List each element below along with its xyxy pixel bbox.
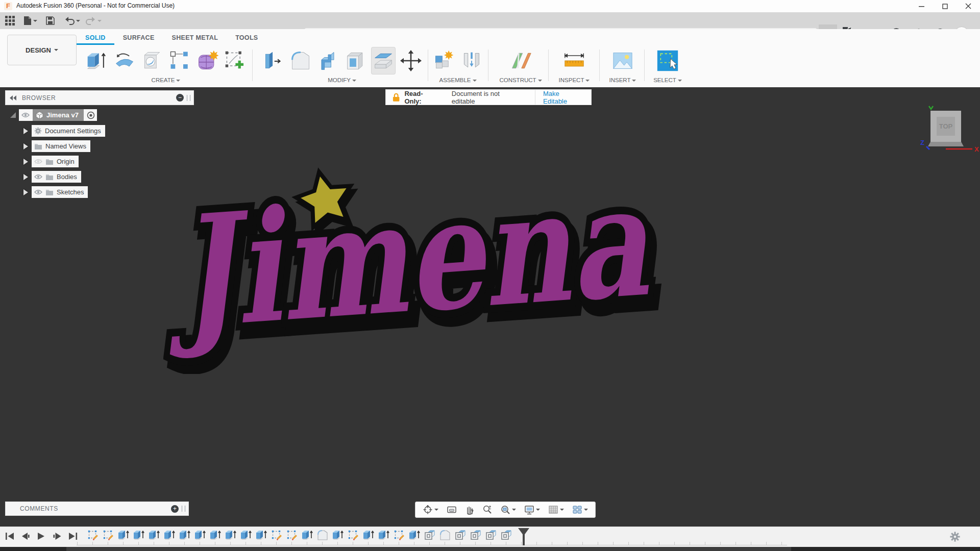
timeline-scrollbar-thumb[interactable] [66,547,791,551]
timeline-sketch-icon[interactable] [347,529,359,541]
timeline-extrude-icon[interactable] [148,529,160,541]
offset-face-tool[interactable] [372,47,395,74]
orbit-button[interactable] [422,504,439,516]
maximize-button[interactable] [933,0,957,12]
ribbon-tab-solid[interactable]: SOLID [77,31,114,45]
create-sketch-tool[interactable] [223,47,247,74]
timeline-extrude-icon[interactable] [179,529,191,541]
expander-icon[interactable] [23,143,28,149]
step-forward-button[interactable] [52,531,63,541]
group-label-modify[interactable]: MODIFY [258,77,426,83]
collapse-panel-icon[interactable] [10,95,17,101]
undo-button[interactable] [62,14,82,27]
timeline-extrude-icon[interactable] [209,529,222,541]
save-button[interactable] [44,14,57,27]
form-tool[interactable] [195,47,219,74]
grid-settings-caret[interactable] [560,509,564,511]
look-at-button[interactable] [446,504,458,515]
pattern-tool[interactable] [168,47,191,74]
insert-image-tool[interactable] [611,47,634,74]
timeline-offset-icon[interactable] [454,529,467,541]
skip-to-end-button[interactable] [67,531,79,541]
app-grid-button[interactable] [3,14,17,27]
timeline-extrude-icon[interactable] [255,529,267,541]
ribbon-tab-tools[interactable]: TOOLS [227,31,266,45]
comments-resize-handle[interactable] [182,506,185,512]
fillet-tool[interactable] [289,47,312,74]
step-back-button[interactable] [20,531,31,541]
view-cube[interactable]: TOP Z X [916,102,980,156]
visibility-eye-icon[interactable] [34,174,42,180]
root-item[interactable]: Jimena v7 [33,109,84,121]
timeline-offset-icon[interactable] [485,529,497,541]
timeline-extrude-icon[interactable] [225,529,237,541]
shell-tool[interactable] [344,47,368,74]
timeline-extrude-icon[interactable] [408,529,421,541]
browser-root-row[interactable]: Jimena v7 [10,109,97,121]
visibility-eye-icon[interactable] [34,189,42,195]
browser-item-named-views[interactable]: Named Views [23,140,90,152]
visibility-eye-icon[interactable] [21,112,30,118]
timeline-offset-icon[interactable] [424,529,436,541]
root-expander-icon[interactable] [10,112,16,118]
joint-tool[interactable] [460,47,483,74]
timeline-sketch-icon[interactable] [87,529,99,541]
timeline-offset-icon[interactable] [500,529,512,541]
browser-panel-header[interactable]: BROWSER − [5,90,194,105]
timeline-settings-button[interactable] [949,531,961,542]
expander-icon[interactable] [23,128,28,134]
timeline-sketch-icon[interactable] [271,529,283,541]
display-settings-button[interactable] [523,504,541,516]
close-button[interactable] [957,0,980,12]
viewports-button[interactable] [571,504,589,515]
timeline-fillet-icon[interactable] [316,529,329,541]
minimize-button[interactable] [910,0,933,12]
timeline-sketch-icon[interactable] [102,529,114,541]
timeline-extrude-icon[interactable] [117,529,130,541]
pan-button[interactable] [464,504,475,516]
timeline-extrude-icon[interactable] [301,529,313,541]
group-label-construct[interactable]: CONSTRUCT [494,77,547,83]
browser-item-bodies[interactable]: Bodies [23,171,81,183]
move-tool[interactable] [399,47,423,74]
hole-tool[interactable] [140,47,164,74]
fit-caret[interactable] [512,509,516,511]
revolve-tool[interactable] [113,47,136,74]
ribbon-tab-sheet-metal[interactable]: SHEET METAL [163,31,227,45]
timeline-playhead-flag[interactable] [518,528,529,536]
zoom-button[interactable] [481,504,494,516]
display-settings-caret[interactable] [536,509,540,511]
timeline-extrude-icon[interactable] [378,529,390,541]
group-label-inspect[interactable]: INSPECT [551,77,597,83]
timeline-extrude-icon[interactable] [194,529,206,541]
combine-tool[interactable] [316,47,340,74]
group-label-insert[interactable]: INSERT [602,77,643,83]
expander-icon[interactable] [23,159,28,165]
viewport-canvas[interactable]: Jimena Jimena BROWSER − [0,87,980,527]
browser-item-origin[interactable]: Origin [23,156,79,167]
extrude-tool[interactable] [85,47,109,74]
timeline-sketch-icon[interactable] [286,529,298,541]
timeline-scrollbar[interactable] [0,547,980,551]
expander-icon[interactable] [23,189,28,195]
comments-expand-button[interactable]: + [171,505,179,513]
viewports-caret[interactable] [584,509,588,511]
timeline-sketch-icon[interactable] [393,529,405,541]
new-component-tool[interactable] [432,47,456,74]
measure-tool[interactable] [562,47,586,74]
file-menu-button[interactable] [21,14,39,27]
group-label-assemble[interactable]: ASSEMBLE [430,77,486,83]
orbit-caret[interactable] [434,509,438,511]
group-label-select[interactable]: SELECT [647,77,688,83]
activate-component-icon[interactable] [87,111,95,119]
expander-icon[interactable] [23,174,28,180]
visibility-eye-icon[interactable] [34,159,42,164]
fit-button[interactable] [499,504,517,516]
timeline-offset-icon[interactable] [470,529,482,541]
group-label-create[interactable]: CREATE [85,77,247,83]
redo-button[interactable] [84,14,104,27]
skip-to-start-button[interactable] [4,531,15,541]
timeline-fillet-icon[interactable] [439,529,451,541]
press-pull-tool[interactable] [261,47,285,74]
make-editable-link[interactable]: Make Editable [535,90,591,105]
